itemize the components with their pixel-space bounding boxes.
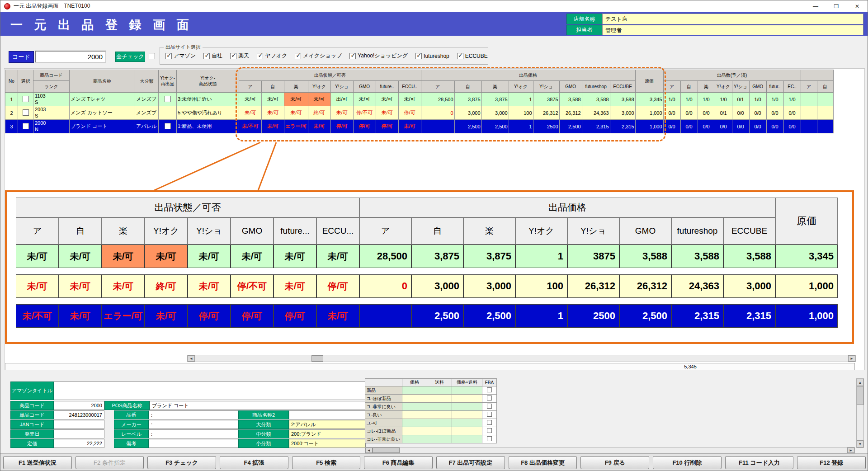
site-option[interactable]: ✓楽天 [230,52,249,60]
fba-checkbox[interactable] [487,436,492,441]
close-button[interactable]: ✕ [847,0,868,12]
grid-hscrollbar[interactable]: ◄ ► [187,355,856,362]
grid-row-2[interactable]: 2 2003S メンズ カットソー メンズブ 5:やや傷や汚れあり 未/可 未/… [5,106,834,120]
shipping-cell[interactable] [427,403,452,411]
hscroll-thumb[interactable] [311,355,323,362]
code-button[interactable]: コード [9,51,34,63]
relist-checkbox[interactable] [165,96,171,102]
shipping-cell[interactable] [427,427,452,435]
shop-name-value[interactable]: テスト店 [602,14,863,24]
fkey-f4-extend[interactable]: F4 拡張 [220,456,288,469]
name2-field[interactable] [289,410,366,419]
col-condition: Y!オク-商品状態 [177,70,239,93]
fba-checkbox[interactable] [487,428,492,433]
hscroll-track[interactable] [195,355,848,362]
relist-checkbox[interactable] [165,123,171,129]
vscroll-track[interactable] [857,386,863,440]
fkey-f10-delete-row[interactable]: F10 行削除 [653,456,722,469]
check-all-button[interactable]: 全チェック [115,52,145,62]
maximize-button[interactable]: ❒ [826,0,847,12]
fkey-f6-edit-item[interactable]: F6 商品編集 [364,456,433,469]
detail-vscrollbar[interactable]: ▲ ▼ [856,378,864,448]
price-cell[interactable] [402,395,427,403]
cell-status: 停/可 [398,106,421,120]
shipping-cell[interactable] [427,386,452,395]
site-option[interactable]: ✓メイクショップ [295,52,342,60]
fkey-f3-check[interactable]: F3 チェック [147,456,216,469]
cell-count: 0/0 [732,120,749,133]
memo-field[interactable] [149,439,238,448]
fkey-f9-back[interactable]: F9 戻る [580,456,649,469]
price-cell[interactable] [402,427,427,435]
row-select-checkbox[interactable] [23,96,29,102]
fba-checkbox[interactable] [487,396,492,400]
shipping-cell[interactable] [427,435,452,443]
site-option[interactable]: ✓自社 [203,52,222,60]
unit-code-field[interactable]: 248123000017 [54,410,104,419]
shipping-cell[interactable] [427,395,452,403]
detail-hscroll-thumb[interactable] [373,447,400,453]
scroll-down-arrow-icon[interactable]: ▼ [857,440,863,447]
manager-value[interactable]: 管理者 [602,25,863,35]
amazon-title-field[interactable] [54,382,366,400]
jan-code-field[interactable] [54,420,104,429]
scroll-up-arrow-icon[interactable]: ▲ [857,379,863,386]
list-price-field[interactable]: 22,222 [54,439,104,448]
fba-checkbox[interactable] [487,412,492,417]
site-option[interactable]: ✓Yahoo!ショッピング [349,52,408,60]
grid-row-3-selected[interactable]: 3 2000N ブランド コート アパレル 1:新品、未使用 未/不可 未/可 … [5,120,834,133]
checkbox-checked-icon[interactable]: ✓ [257,53,263,59]
fba-checkbox[interactable] [487,420,492,425]
item-code-field[interactable]: 2000 [54,401,104,410]
fkey-f11-code-input[interactable]: F11 コード入力 [725,456,794,469]
price-cell[interactable] [402,403,427,411]
fba-checkbox[interactable] [487,404,492,409]
category2-field[interactable]: 200:ブランド [289,429,366,438]
label-field[interactable]: : [149,429,238,438]
price-cell[interactable] [402,411,427,419]
check-all-checkbox[interactable] [149,53,155,59]
checkbox-checked-icon[interactable]: ✓ [230,53,236,59]
checkbox-checked-icon[interactable]: ✓ [349,53,356,59]
fkey-f12-register[interactable]: F12 登録 [797,456,866,469]
col-relist-line2: 再出品 [161,81,175,86]
checkbox-checked-icon[interactable]: ✓ [165,53,172,59]
zoom-group-price: 出品価格 [359,198,775,217]
minimize-button[interactable]: — [805,0,826,12]
fba-checkbox[interactable] [487,387,492,392]
category3-field[interactable]: 2000:コート [289,439,366,448]
category1-field[interactable]: 2:アパレル [289,420,366,429]
site-option[interactable]: ✓ECCUBE [457,53,488,59]
vscroll-thumb[interactable] [857,386,863,405]
shipping-cell[interactable] [427,419,452,427]
shipping-cell[interactable] [427,411,452,419]
fkey-f1-send-receive[interactable]: F1 送受信状況 [3,456,72,469]
checkbox-checked-icon[interactable]: ✓ [203,53,210,59]
maker-field[interactable]: : [149,420,238,429]
fkey-f7-listing-permission[interactable]: F7 出品可否設定 [436,456,505,469]
site-option[interactable]: ✓アマゾン [165,52,196,60]
fkey-f5-search[interactable]: F5 検索 [292,456,361,469]
row-select-checkbox[interactable] [23,123,29,129]
checkbox-checked-icon[interactable]: ✓ [295,53,301,59]
price-cell[interactable] [402,386,427,395]
site-option[interactable]: ✓ヤフオク [257,52,287,60]
scroll-right-arrow-icon[interactable]: ► [848,355,855,362]
detail-hscroll-track[interactable] [373,447,847,453]
price-cell[interactable] [402,435,427,443]
code-input[interactable] [35,51,106,63]
price-cell[interactable] [402,419,427,427]
scroll-right-arrow-icon[interactable]: ► [847,447,854,453]
scroll-left-arrow-icon[interactable]: ◄ [188,355,195,362]
fkey-f8-price-change[interactable]: F8 出品価格変更 [509,456,577,469]
pos-name-field[interactable]: ブランド コート [150,401,366,410]
scroll-left-arrow-icon[interactable]: ◄ [365,447,373,453]
checkbox-checked-icon[interactable]: ✓ [457,53,463,59]
detail-hscrollbar[interactable]: ◄ ► [365,447,855,453]
checkbox-checked-icon[interactable]: ✓ [415,53,422,59]
row-select-checkbox[interactable] [23,109,29,116]
grid-row-1[interactable]: 1 1103S メンズ Tシャツ メンズブ 3:未使用に近い 未/可 未/可 未… [5,93,834,106]
site-option[interactable]: ✓futureshop [415,53,449,59]
release-date-field[interactable] [54,429,104,438]
part-no-field[interactable]: : [149,410,238,419]
